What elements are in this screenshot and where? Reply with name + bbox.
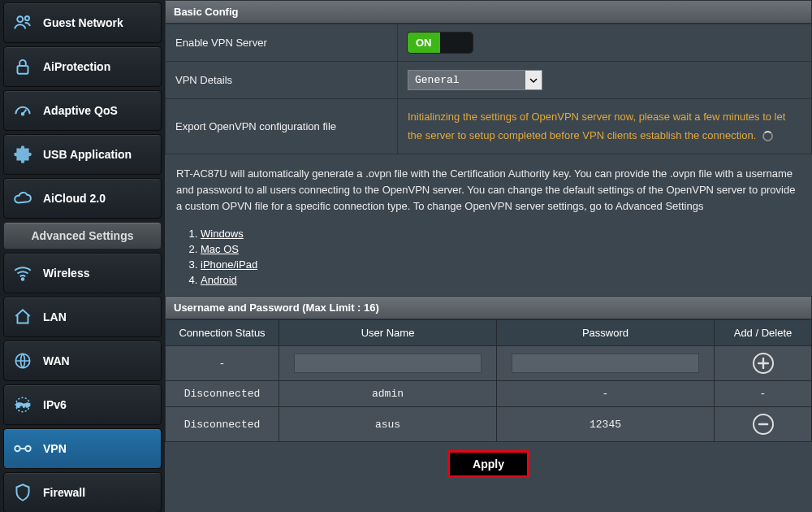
lock-icon	[11, 55, 34, 78]
sidebar-label: IPv6	[43, 398, 67, 411]
globe-icon	[11, 349, 34, 372]
shield-icon	[11, 481, 34, 504]
sidebar-label: Wireless	[43, 267, 89, 280]
cloud-icon	[11, 187, 34, 210]
export-status-text: Initialinzing the settings of OpenVPN se…	[408, 111, 785, 141]
th-action: Add / Delete	[715, 320, 812, 346]
sidebar-item-ipv6[interactable]: IPv6 IPv6	[3, 384, 162, 425]
toggle-on-label: ON	[408, 33, 440, 53]
sidebar-item-aicloud[interactable]: AiCloud 2.0	[3, 178, 162, 219]
users-icon	[11, 11, 34, 34]
sidebar-label: LAN	[43, 310, 67, 323]
sidebar-label: WAN	[43, 354, 70, 367]
wifi-icon	[11, 262, 34, 284]
os-link-android[interactable]: Android	[201, 274, 237, 286]
sidebar-label: Firewall	[43, 486, 85, 499]
description-text: RT-AC87U will automatically generate a .…	[165, 154, 812, 221]
sidebar-label: VPN	[43, 442, 67, 455]
cell-user: admin	[279, 381, 497, 407]
sidebar-item-usb-application[interactable]: USB Application	[3, 134, 162, 175]
sidebar-item-adaptive-qos[interactable]: Adaptive QoS	[3, 90, 162, 131]
svg-point-0	[17, 16, 23, 22]
main-content: Basic Config Enable VPN Server ON VPN De…	[165, 0, 812, 512]
select-value: General	[408, 71, 525, 89]
vpn-details-label: VPN Details	[166, 62, 398, 99]
home-icon	[11, 306, 34, 328]
gauge-icon	[11, 99, 34, 122]
cell-status: Disconnected	[166, 407, 279, 442]
svg-point-3	[22, 113, 24, 115]
chevron-down-icon	[525, 71, 542, 89]
enable-vpn-label: Enable VPN Server	[166, 24, 398, 62]
vpn-icon	[11, 437, 34, 460]
svg-point-4	[22, 278, 24, 280]
cell-pass: -	[497, 381, 715, 407]
svg-point-1	[25, 16, 29, 20]
table-row: -	[166, 346, 812, 381]
basic-config-table: Enable VPN Server ON VPN Details General…	[165, 24, 812, 154]
sidebar-label: AiProtection	[43, 60, 110, 73]
sidebar-label: Adaptive QoS	[43, 104, 118, 117]
username-input[interactable]	[294, 354, 482, 373]
os-link-iphone[interactable]: iPhone/iPad	[201, 258, 257, 271]
table-row: Disconnected asus 12345	[166, 407, 812, 442]
loading-spinner-icon	[762, 131, 773, 141]
sidebar-item-wan[interactable]: WAN	[3, 341, 162, 381]
th-status: Connection Status	[166, 320, 279, 346]
th-pass: Password	[497, 320, 715, 346]
svg-point-9	[25, 446, 31, 452]
sidebar-item-vpn[interactable]: VPN	[3, 428, 162, 469]
cell-pass: 12345	[497, 407, 715, 442]
cell-action: -	[715, 381, 812, 407]
export-openvpn-label: Export OpenVPN configuration file	[166, 99, 398, 154]
sidebar-item-guest-network[interactable]: Guest Network	[3, 2, 162, 43]
enable-vpn-toggle[interactable]: ON	[408, 33, 473, 53]
cell-status: Disconnected	[166, 381, 279, 407]
basic-config-title: Basic Config	[165, 0, 812, 24]
sidebar-item-firewall[interactable]: Firewall	[3, 472, 162, 512]
sidebar: Guest Network AiProtection Adaptive QoS …	[0, 0, 165, 512]
add-button[interactable]	[753, 353, 774, 374]
puzzle-icon	[11, 143, 34, 166]
cell-user: asus	[279, 407, 497, 442]
delete-button[interactable]	[753, 414, 774, 435]
user-section-title: Username and Password (Max Limit : 16)	[165, 296, 812, 319]
sidebar-label: Guest Network	[43, 16, 123, 29]
sidebar-section-advanced: Advanced Settings	[3, 222, 162, 249]
svg-point-8	[15, 446, 20, 452]
sidebar-label: USB Application	[43, 148, 132, 161]
svg-text:IPv6: IPv6	[16, 401, 29, 409]
vpn-details-select[interactable]: General	[408, 70, 542, 90]
password-input[interactable]	[512, 354, 699, 373]
th-user: User Name	[279, 320, 497, 346]
sidebar-item-aiprotection[interactable]: AiProtection	[3, 46, 162, 87]
os-link-windows[interactable]: Windows	[201, 228, 244, 240]
apply-button[interactable]: Apply	[447, 450, 529, 478]
toggle-off-slot	[440, 33, 473, 53]
os-link-macos[interactable]: Mac OS	[201, 243, 239, 255]
svg-rect-2	[18, 66, 28, 74]
table-row: Disconnected admin - -	[166, 381, 812, 407]
user-table: Connection Status User Name Password Add…	[165, 319, 812, 442]
sidebar-item-lan[interactable]: LAN	[3, 297, 162, 337]
os-list: Windows Mac OS iPhone/iPad Android	[165, 221, 812, 296]
sidebar-item-wireless[interactable]: Wireless	[3, 253, 162, 293]
sidebar-label: AiCloud 2.0	[43, 192, 106, 205]
ipv6-icon: IPv6	[11, 393, 34, 416]
cell-status: -	[166, 346, 279, 381]
